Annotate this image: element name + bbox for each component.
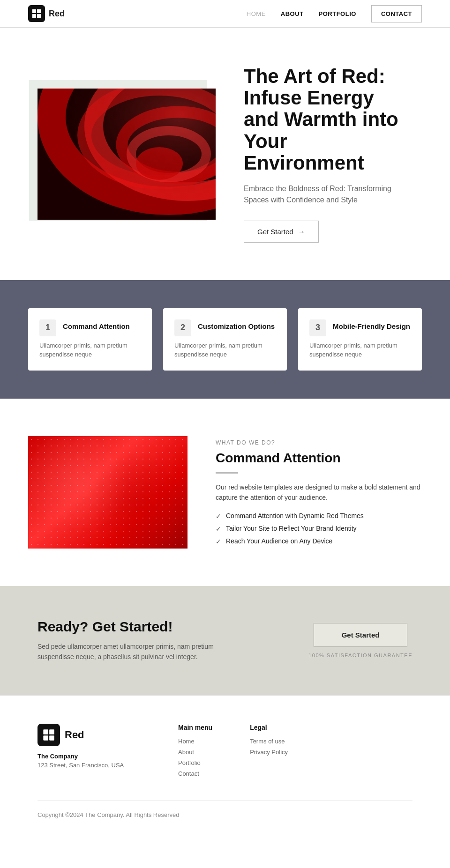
checklist-item-3: ✓ Reach Your Audience on Any Device [216, 537, 422, 545]
hero-cta-button[interactable]: Get Started → [244, 221, 319, 243]
checklist-text-1: Command Attention with Dynamic Red Theme… [226, 512, 364, 519]
what-checklist: ✓ Command Attention with Dynamic Red The… [216, 512, 422, 545]
hero-image [38, 89, 216, 220]
nav-portfolio[interactable]: PORTFOLIO [319, 10, 356, 17]
feature-desc-2: Ullamcorper primis, nam pretium suspendi… [174, 341, 276, 359]
footer-link-portfolio[interactable]: Portfolio [178, 759, 212, 766]
hero-section: The Art of Red: Infuse Energy and Warmth… [0, 28, 450, 280]
nav-links: HOME ABOUT PORTFOLIO CONTACT [247, 5, 422, 22]
cta-section: Ready? Get Started! Sed pede ullamcorper… [0, 586, 450, 695]
cta-desc: Sed pede ullamcorper amet ullamcorper pr… [38, 641, 244, 662]
hero-text: The Art of Red: Infuse Energy and Warmth… [244, 66, 412, 243]
svg-rect-15 [49, 735, 54, 741]
cta-button[interactable]: Get Started [314, 623, 407, 647]
checklist-item-2: ✓ Tailor Your Site to Reflect Your Brand… [216, 525, 422, 533]
footer-company-name: The Company [38, 753, 141, 760]
svg-rect-13 [49, 729, 54, 734]
features-grid: 1 Command Attention Ullamcorper primis, … [28, 308, 422, 371]
feature-card-1-header: 1 Command Attention [39, 319, 141, 336]
feature-title-2: Customization Options [198, 319, 275, 330]
svg-rect-1 [37, 9, 41, 13]
footer-legal-menu-links: Terms of use Privacy Policy [250, 738, 288, 756]
hero-image-wrap [38, 89, 216, 220]
what-image [28, 436, 188, 549]
feature-num-2: 2 [174, 319, 191, 336]
feature-card-2-header: 2 Customization Options [174, 319, 276, 336]
footer-legal-menu: Legal Terms of use Privacy Policy [250, 724, 288, 756]
checklist-text-2: Tailor Your Site to Reflect Your Brand I… [226, 525, 357, 532]
footer-main-menu-title: Main menu [178, 724, 212, 731]
check-icon-3: ✓ [216, 538, 221, 545]
footer-logo-svg [42, 728, 55, 742]
features-section: 1 Command Attention Ullamcorper primis, … [0, 280, 450, 399]
footer-link-about[interactable]: About [178, 749, 212, 756]
logo-svg [31, 8, 42, 19]
what-desc: Our red website templates are designed t… [216, 482, 422, 503]
hero-title: The Art of Red: Infuse Energy and Warmth… [244, 66, 412, 174]
cta-right: Get Started 100% SATISFACTION GUARANTEE [308, 623, 412, 658]
navbar: Red HOME ABOUT PORTFOLIO CONTACT [0, 0, 450, 28]
check-icon-2: ✓ [216, 525, 221, 533]
svg-rect-12 [43, 729, 48, 734]
feature-card-3: 3 Mobile-Friendly Design Ullamcorper pri… [298, 308, 422, 371]
nav-home[interactable]: HOME [247, 10, 266, 17]
checklist-text-3: Reach Your Audience on Any Device [226, 537, 332, 545]
footer-logo-icon [38, 724, 60, 746]
what-divider [216, 472, 238, 474]
feature-title-3: Mobile-Friendly Design [333, 319, 410, 330]
footer-logo-name: Red [65, 729, 84, 741]
footer-legal-menu-title: Legal [250, 724, 288, 731]
svg-rect-2 [32, 14, 36, 18]
what-label: WHAT DO WE DO? [216, 439, 422, 446]
feature-desc-1: Ullamcorper primis, nam pretium suspendi… [39, 341, 141, 359]
cta-title: Ready? Get Started! [38, 619, 290, 635]
svg-rect-14 [43, 735, 48, 741]
what-text: WHAT DO WE DO? Command Attention Our red… [216, 439, 422, 546]
hero-subtitle: Embrace the Boldness of Red: Transformin… [244, 183, 412, 206]
footer-main-menu-links: Home About Portfolio Contact [178, 738, 212, 777]
footer-link-home[interactable]: Home [178, 738, 212, 745]
footer-link-terms[interactable]: Terms of use [250, 738, 288, 745]
what-image-inner [28, 436, 188, 549]
cta-guarantee: 100% SATISFACTION GUARANTEE [308, 653, 412, 658]
check-icon-1: ✓ [216, 512, 221, 520]
what-image-dots [28, 436, 188, 549]
nav-contact-button[interactable]: CONTACT [371, 5, 422, 22]
footer-address: 123 Street, San Francisco, USA [38, 762, 141, 769]
feature-desc-3: Ullamcorper primis, nam pretium suspendi… [309, 341, 411, 359]
footer: Red The Company 123 Street, San Francisc… [0, 695, 450, 838]
feature-num-3: 3 [309, 319, 326, 336]
svg-rect-0 [32, 9, 36, 13]
feature-card-1: 1 Command Attention Ullamcorper primis, … [28, 308, 152, 371]
what-title: Command Attention [216, 451, 422, 466]
footer-logo: Red [38, 724, 141, 746]
footer-copyright: Copyright ©2024 The Company. All Rights … [38, 811, 179, 818]
what-section: WHAT DO WE DO? Command Attention Our red… [0, 399, 450, 586]
hero-waves-svg [38, 89, 216, 220]
feature-card-2: 2 Customization Options Ullamcorper prim… [163, 308, 287, 371]
footer-bottom: Copyright ©2024 The Company. All Rights … [38, 801, 412, 819]
footer-brand: Red The Company 123 Street, San Francisc… [38, 724, 141, 769]
feature-title-1: Command Attention [63, 319, 130, 330]
footer-link-contact[interactable]: Contact [178, 770, 212, 777]
logo-icon [28, 5, 45, 22]
checklist-item-1: ✓ Command Attention with Dynamic Red The… [216, 512, 422, 520]
cta-text: Ready? Get Started! Sed pede ullamcorper… [38, 619, 290, 662]
feature-card-3-header: 3 Mobile-Friendly Design [309, 319, 411, 336]
svg-rect-11 [38, 89, 216, 220]
logo-text: Red [49, 9, 65, 19]
svg-rect-3 [37, 14, 41, 18]
nav-about[interactable]: ABOUT [281, 10, 304, 17]
footer-main-menu: Main menu Home About Portfolio Contact [178, 724, 212, 777]
nav-logo[interactable]: Red [28, 5, 65, 22]
footer-link-privacy[interactable]: Privacy Policy [250, 749, 288, 756]
feature-num-1: 1 [39, 319, 56, 336]
